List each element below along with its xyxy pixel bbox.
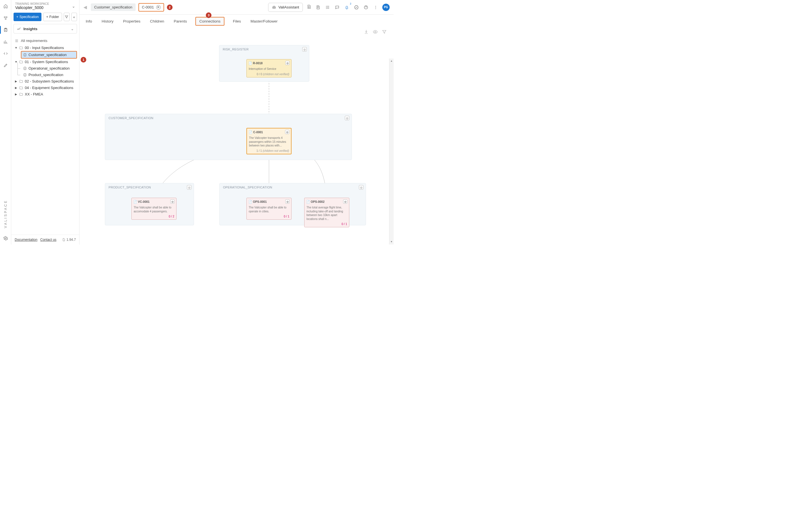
node-r0018[interactable]: 📄R-0018◎ Interruption of Service 0 / 0 (… (246, 59, 292, 77)
top-bar: ◀ Customer_specification C-0001 ✕ 2 Vali… (80, 0, 394, 15)
robot-icon (272, 5, 276, 10)
folder-icon (19, 60, 23, 64)
edit-icon[interactable] (3, 62, 8, 68)
folder-icon (19, 79, 23, 83)
kebab-menu-icon[interactable]: ⋮ (373, 4, 378, 10)
group-label: OPERATIONAL_SPECIFICATION (223, 186, 272, 189)
close-icon[interactable]: ✕ (156, 5, 161, 10)
folder-icon (19, 93, 23, 96)
robot-icon[interactable]: ◎ (170, 200, 174, 204)
vertical-scrollbar[interactable]: ▴ ▾ (389, 59, 394, 244)
step-badge-3: 3 (206, 12, 211, 18)
tab-properties[interactable]: Properties (122, 17, 142, 25)
tree-folder-fmea[interactable]: ▶ XX - FMEA (13, 91, 77, 98)
group-label: RISK_REGISTER (223, 48, 249, 51)
step-badge-2: 2 (167, 4, 172, 10)
robot-icon[interactable]: ◎ (345, 116, 349, 120)
help-icon[interactable] (363, 4, 369, 10)
sidebar-footer: Documentation Contact us 1.94.7 (11, 235, 79, 244)
robot-icon[interactable]: ◎ (285, 130, 289, 134)
add-specification-button[interactable]: +Specification (13, 13, 42, 21)
insights-icon (17, 26, 21, 31)
svg-rect-6 (24, 67, 26, 69)
chevron-down-icon: ⌄ (71, 27, 74, 31)
user-avatar[interactable]: PG (382, 4, 390, 11)
svg-point-9 (273, 7, 274, 8)
scroll-up-icon[interactable]: ▴ (390, 59, 393, 63)
tree-item-customer-spec[interactable]: Customer_specification (21, 51, 77, 59)
notification-count: 2 (350, 2, 351, 5)
spec-icon (23, 53, 27, 57)
analytics-icon[interactable] (3, 39, 8, 45)
tab-children[interactable]: Children (149, 17, 165, 25)
code-icon[interactable] (3, 51, 8, 56)
back-icon[interactable]: ◀ (84, 4, 87, 10)
tree-folder-equipment[interactable]: ▶ 04 - Equipment Specifications (13, 84, 77, 91)
home-icon[interactable] (3, 3, 8, 9)
node-vc0001[interactable]: 📄VC-0001◎ The Valicopter shall be able t… (132, 198, 176, 220)
more-button[interactable]: « (71, 13, 77, 21)
robot-icon[interactable]: ◎ (343, 200, 347, 204)
documentation-link[interactable]: Documentation (15, 238, 38, 242)
add-folder-button[interactable]: +Folder (43, 13, 62, 21)
tab-parents[interactable]: Parents (172, 17, 188, 25)
verified-icon[interactable] (354, 4, 359, 10)
breadcrumb-spec[interactable]: Customer_specification (91, 3, 136, 11)
filter-button[interactable] (64, 13, 69, 21)
requirements-tree: All requirements ▼ 00 - Input Specificat… (11, 36, 79, 99)
doc-icon (62, 238, 65, 241)
checklist-icon[interactable] (325, 4, 331, 10)
robot-icon[interactable]: ◎ (285, 61, 290, 65)
insights-label: Insights (23, 27, 68, 31)
contact-link[interactable]: Contact us (40, 238, 56, 242)
workspace-label: TRAINING WORKSPACE (15, 2, 49, 5)
breadcrumb-item[interactable]: C-0001 ✕ (139, 3, 164, 11)
import-icon[interactable] (307, 4, 311, 10)
tab-connections[interactable]: Connections (195, 17, 224, 25)
tree-item-product-spec[interactable]: Product_specification (21, 71, 77, 78)
node-ops0002[interactable]: 📄OPS-0002◎ The total average flight time… (304, 198, 349, 227)
requirements-icon[interactable] (3, 27, 8, 33)
caret-right-icon: ▶ (15, 86, 17, 89)
robot-icon[interactable]: ◎ (302, 47, 307, 52)
robot-icon[interactable]: ◎ (187, 185, 192, 189)
caret-down-icon: ▼ (15, 60, 17, 63)
spec-icon (23, 73, 27, 76)
tree-folder-subsystem[interactable]: ▶ 02 - Subsystem Specifications (13, 78, 77, 84)
tree-folder-input[interactable]: ▼ 00 - Input Specifications (13, 45, 77, 51)
tab-history[interactable]: History (101, 17, 115, 25)
connections-canvas[interactable]: RISK_REGISTER ◎ 📄R-0018◎ Interruption of… (80, 27, 394, 244)
tab-master-follower[interactable]: Master/Follower (249, 17, 278, 25)
folder-icon (19, 86, 23, 90)
node-ops0001[interactable]: 📄OPS-0001◎ The Valicopter shall be able … (246, 198, 292, 220)
caret-down-icon: ▼ (15, 46, 17, 49)
notifications-icon[interactable]: 2 (344, 4, 350, 10)
tree-folder-system[interactable]: ▼ 01 - System Specifications (13, 59, 77, 65)
scroll-down-icon[interactable]: ▾ (390, 240, 393, 244)
chat-icon[interactable] (335, 4, 340, 10)
group-label: CUSTOMER_SPECIFICATION (109, 116, 153, 120)
tab-files[interactable]: Files (232, 17, 242, 25)
modules-icon[interactable] (3, 15, 8, 21)
export-icon[interactable] (315, 4, 321, 10)
svg-point-10 (274, 7, 275, 8)
node-c0001[interactable]: 📄C-0001◎ The Valicopter transports 4 pas… (246, 128, 292, 154)
insights-toggle[interactable]: Insights ⌄ (13, 24, 77, 34)
robot-icon[interactable]: ◎ (359, 185, 363, 189)
valiassistant-button[interactable]: ValiAssistant (268, 3, 303, 12)
caret-right-icon: ▶ (15, 93, 17, 96)
step-badge-1: 1 (81, 57, 86, 62)
tab-info[interactable]: Info (85, 17, 93, 25)
main-area: ◀ Customer_specification C-0001 ✕ 2 Vali… (80, 0, 394, 244)
group-customer-spec: CUSTOMER_SPECIFICATION ◎ (105, 114, 352, 160)
settings-icon[interactable] (3, 235, 8, 241)
tree-item-operational-spec[interactable]: Operational_specification (21, 65, 77, 71)
robot-icon[interactable]: ◎ (285, 200, 290, 204)
svg-rect-5 (24, 54, 26, 56)
tabs: Info History Properties Children Parents… (80, 15, 394, 27)
workspace-selector[interactable]: TRAINING WORKSPACE Valicopter_5000 ⌄ (11, 0, 79, 13)
spec-icon (23, 66, 27, 70)
svg-point-2 (5, 18, 6, 19)
chevron-down-icon[interactable]: ⌄ (72, 4, 75, 8)
all-requirements-header[interactable]: All requirements (13, 37, 77, 45)
